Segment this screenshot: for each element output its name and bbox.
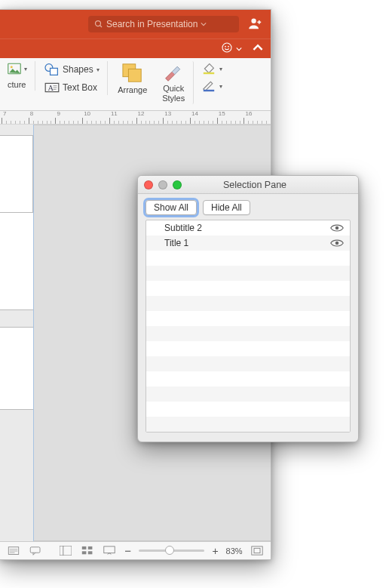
shapes-button[interactable]: Shapes ▾ bbox=[41, 61, 103, 78]
zoom-slider[interactable] bbox=[139, 550, 204, 552]
close-icon[interactable] bbox=[144, 180, 153, 189]
chevron-down-icon: ▾ bbox=[219, 83, 222, 90]
horizontal-ruler: 78910111213141516 bbox=[0, 111, 271, 125]
list-item-empty bbox=[146, 296, 350, 311]
comments-button[interactable] bbox=[28, 545, 42, 557]
quick-styles-label: Quick Styles bbox=[162, 84, 185, 103]
chevron-down-icon: ▾ bbox=[219, 66, 222, 72]
window-controls bbox=[144, 180, 182, 189]
add-user-icon[interactable] bbox=[248, 17, 263, 32]
textbox-button[interactable]: A Text Box bbox=[41, 80, 103, 95]
panel-title: Selection Pane bbox=[188, 180, 352, 190]
arrange-icon bbox=[121, 63, 144, 84]
zoom-slider-thumb[interactable] bbox=[165, 546, 174, 555]
statusbar: − + 83% bbox=[0, 541, 271, 559]
textbox-icon: A bbox=[44, 82, 60, 94]
chevron-down-icon: ▾ bbox=[96, 66, 100, 73]
comments-icon bbox=[29, 546, 41, 556]
fit-icon bbox=[251, 546, 263, 556]
window-subtitlebar bbox=[0, 38, 271, 58]
slideshow-button[interactable] bbox=[103, 545, 117, 557]
bucket-icon bbox=[201, 63, 216, 75]
svg-rect-26 bbox=[254, 548, 260, 553]
ribbon-group-shapes: Shapes ▾ A Text Box bbox=[41, 61, 108, 95]
shape-fill-button[interactable]: ▾ bbox=[198, 61, 225, 76]
search-input[interactable]: Search in Presentation bbox=[88, 16, 239, 32]
eye-icon bbox=[330, 223, 344, 232]
search-placeholder: Search in Presentation bbox=[106, 19, 198, 29]
shapes-label: Shapes bbox=[63, 64, 93, 75]
panel-toolbar: Show All Hide All bbox=[138, 194, 358, 220]
list-item-empty bbox=[146, 266, 350, 281]
zoom-in-button[interactable]: + bbox=[212, 545, 218, 557]
presenter-icon bbox=[103, 546, 115, 556]
chevron-down-icon bbox=[201, 21, 207, 27]
chevron-down-icon: ▾ bbox=[24, 66, 27, 72]
selection-list: Subtitle 2Title 1 bbox=[145, 220, 351, 433]
list-item[interactable]: Subtitle 2 bbox=[146, 220, 350, 236]
visibility-toggle[interactable] bbox=[330, 223, 344, 232]
list-item-label: Title 1 bbox=[164, 238, 324, 248]
notes-icon bbox=[8, 546, 20, 556]
svg-point-27 bbox=[335, 226, 339, 230]
notes-button[interactable] bbox=[6, 545, 20, 557]
normal-view-button[interactable] bbox=[58, 545, 72, 557]
hide-all-button[interactable]: Hide All bbox=[203, 200, 250, 215]
collapse-ribbon-icon[interactable] bbox=[253, 42, 263, 55]
svg-rect-23 bbox=[88, 551, 93, 554]
panel-titlebar[interactable]: Selection Pane bbox=[138, 176, 358, 194]
pen-icon bbox=[201, 80, 216, 92]
svg-rect-21 bbox=[88, 546, 93, 550]
svg-point-7 bbox=[11, 66, 13, 68]
zoom-icon[interactable] bbox=[173, 180, 182, 189]
svg-line-1 bbox=[100, 26, 103, 28]
svg-rect-9 bbox=[51, 68, 58, 75]
window-titlebar: Search in Presentation bbox=[0, 10, 271, 38]
list-item-empty bbox=[146, 251, 350, 266]
emoji-icon[interactable] bbox=[221, 42, 242, 56]
search-icon bbox=[94, 20, 103, 29]
svg-rect-13 bbox=[128, 69, 141, 82]
svg-rect-14 bbox=[204, 72, 214, 74]
list-item-empty bbox=[146, 281, 350, 296]
svg-rect-25 bbox=[252, 546, 262, 555]
fit-window-button[interactable] bbox=[250, 545, 265, 557]
picture-dropdown[interactable]: ▾ bbox=[5, 61, 30, 76]
arrange-button[interactable]: Arrange bbox=[114, 61, 152, 97]
svg-rect-22 bbox=[82, 551, 87, 554]
list-item-empty bbox=[146, 356, 350, 371]
svg-rect-17 bbox=[30, 546, 40, 553]
svg-point-5 bbox=[228, 46, 229, 47]
list-item-empty bbox=[146, 371, 350, 386]
textbox-label: Text Box bbox=[63, 82, 97, 93]
list-item-empty bbox=[146, 341, 350, 356]
list-item-empty bbox=[146, 417, 350, 432]
normal-view-icon bbox=[60, 546, 72, 556]
picture-label-row[interactable]: cture bbox=[5, 79, 30, 91]
selection-pane-window: Selection Pane Show All Hide All Subtitl… bbox=[137, 175, 359, 442]
list-item-empty bbox=[146, 311, 350, 326]
eye-icon bbox=[330, 239, 344, 248]
svg-rect-15 bbox=[204, 90, 214, 91]
zoom-out-button[interactable]: − bbox=[124, 544, 131, 557]
list-item-empty bbox=[146, 326, 350, 341]
svg-rect-18 bbox=[60, 546, 72, 556]
svg-rect-24 bbox=[104, 546, 115, 553]
slide-thumbnail[interactable] bbox=[0, 135, 33, 220]
show-all-button[interactable]: Show All bbox=[145, 200, 197, 215]
svg-point-0 bbox=[96, 21, 101, 26]
visibility-toggle[interactable] bbox=[330, 239, 344, 248]
minimize-icon bbox=[158, 180, 167, 189]
arrange-label: Arrange bbox=[118, 85, 147, 95]
list-item[interactable]: Title 1 bbox=[146, 236, 350, 251]
svg-rect-20 bbox=[82, 546, 87, 550]
sorter-view-button[interactable] bbox=[80, 545, 94, 557]
shape-outline-button[interactable]: ▾ bbox=[198, 79, 225, 94]
quick-styles-button[interactable]: Quick Styles bbox=[156, 61, 194, 104]
vertical-guide-overlay bbox=[33, 125, 34, 541]
picture-icon bbox=[8, 63, 21, 75]
svg-text:A: A bbox=[47, 84, 54, 92]
svg-point-2 bbox=[251, 18, 256, 23]
grid-icon bbox=[81, 546, 93, 556]
zoom-level-label[interactable]: 83% bbox=[226, 546, 243, 556]
